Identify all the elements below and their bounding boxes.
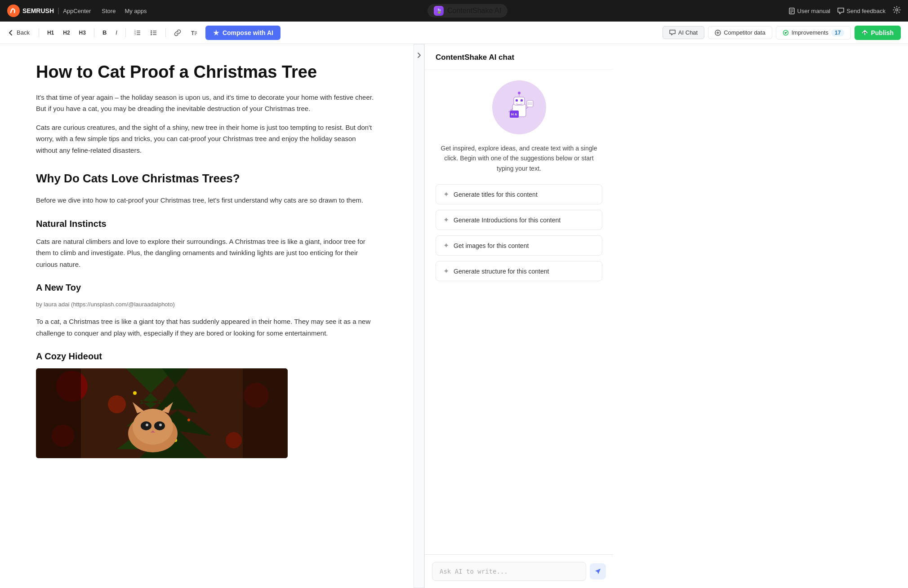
generate-introductions-button[interactable]: ✦ Generate Introductions for this conten…	[436, 210, 602, 230]
sparkle-icon-3: ✦	[443, 241, 449, 250]
svg-point-19	[151, 34, 152, 35]
toolbar-divider-1	[39, 28, 39, 37]
svg-rect-50	[36, 368, 81, 458]
ai-chat-icon	[669, 30, 676, 36]
sparkle-icon-1: ✦	[443, 190, 449, 199]
improvements-label: Improvements	[792, 29, 828, 36]
section-heading-2: Natural Instincts	[36, 216, 378, 231]
toolbar-divider-2	[94, 28, 94, 37]
svg-text:A: A	[515, 113, 517, 116]
main-layout: How to Cat Proof a Christmas Tree It's t…	[0, 44, 908, 588]
svg-point-47	[146, 424, 148, 426]
svg-point-17	[151, 30, 152, 31]
article-title: How to Cat Proof a Christmas Tree	[36, 62, 378, 83]
improvements-tab[interactable]: Improvements 17	[776, 26, 851, 40]
svg-rect-54	[514, 97, 525, 105]
svg-point-31	[226, 432, 242, 448]
app-name: ContentShake AI	[447, 7, 501, 15]
svg-point-58	[518, 92, 521, 94]
nav-center: 🍃 ContentShake AI	[154, 4, 781, 18]
toolbar-divider-4	[165, 28, 166, 37]
compose-label: Compose with AI	[223, 29, 273, 36]
competitor-icon	[715, 30, 721, 36]
semrush-brand[interactable]: SEMRUSH | AppCenter	[7, 4, 91, 17]
generate-introductions-label: Generate Introductions for this content	[454, 217, 561, 224]
svg-text:🍃: 🍃	[436, 8, 442, 14]
editor-area[interactable]: How to Cat Proof a Christmas Tree It's t…	[0, 44, 414, 588]
svg-point-28	[108, 395, 126, 413]
improvements-count: 17	[831, 29, 844, 36]
ai-send-button[interactable]	[590, 563, 606, 579]
app-badge: 🍃 ContentShake AI	[427, 4, 507, 18]
ai-chat-tab[interactable]: AI Chat	[663, 26, 704, 39]
nav-right: User manual Send feedback	[788, 6, 901, 16]
h1-button[interactable]: H1	[45, 28, 57, 38]
section-para-1: Before we dive into how to cat-proof you…	[36, 195, 378, 206]
compose-icon	[213, 29, 220, 36]
svg-rect-56	[521, 99, 523, 102]
myapps-link[interactable]: My apps	[125, 8, 147, 14]
robot-svg: H A	[499, 87, 539, 128]
generate-titles-label: Generate titles for this content	[454, 191, 538, 198]
unordered-list-button[interactable]	[147, 27, 160, 38]
ai-description: Get inspired, explore ideas, and create …	[436, 143, 602, 173]
store-link[interactable]: Store	[102, 8, 116, 14]
manual-icon	[788, 8, 795, 14]
back-label: Back	[17, 29, 30, 36]
panel-collapse-button[interactable]	[414, 44, 424, 588]
settings-icon[interactable]	[893, 6, 901, 16]
semrush-logo-icon	[7, 4, 20, 17]
link-button[interactable]	[171, 27, 184, 38]
format-button[interactable]: T	[187, 27, 200, 38]
user-manual-link[interactable]: User manual	[788, 8, 831, 14]
get-images-button[interactable]: ✦ Get images for this content	[436, 235, 602, 256]
svg-point-37	[187, 419, 190, 421]
generate-structure-button[interactable]: ✦ Generate structure for this content	[436, 261, 602, 281]
ai-chat-panel: ContentShake AI chat	[424, 44, 613, 588]
italic-button[interactable]: I	[113, 27, 120, 38]
bold-button[interactable]: B	[100, 27, 109, 38]
section-heading-3: A New Toy	[36, 280, 378, 295]
ordered-list-button[interactable]: 123	[131, 27, 144, 38]
get-images-label: Get images for this content	[454, 242, 529, 249]
user-manual-label: User manual	[797, 8, 831, 14]
competitor-data-tab[interactable]: Competitor data	[708, 26, 772, 39]
nav-links: Store My apps	[102, 8, 147, 14]
ai-robot-illustration: H A	[492, 80, 546, 134]
brand-separator: |	[58, 7, 59, 15]
publish-icon	[862, 30, 868, 36]
svg-point-40	[133, 409, 173, 445]
h2-button[interactable]: H2	[60, 28, 72, 38]
ai-text-input[interactable]	[432, 562, 586, 581]
intro-para-1: It's that time of year again – the holid…	[36, 92, 378, 115]
ai-input-area	[425, 554, 613, 588]
ai-panel-title: ContentShake AI chat	[436, 53, 514, 62]
editor-toolbar: Back H1 H2 H3 B I 123 T Compose with AI …	[0, 22, 908, 44]
top-navigation: SEMRUSH | AppCenter Store My apps 🍃 Cont…	[0, 0, 908, 22]
suggestion-buttons: ✦ Generate titles for this content ✦ Gen…	[436, 184, 602, 281]
toolbar-right: AI Chat Competitor data Improvements 17 …	[663, 26, 901, 40]
send-feedback-link[interactable]: Send feedback	[837, 8, 886, 14]
svg-point-48	[159, 424, 162, 426]
h3-button[interactable]: H3	[76, 28, 89, 38]
sparkle-icon-4: ✦	[443, 267, 449, 275]
section-heading-4: A Cozy Hideout	[36, 349, 378, 364]
compose-ai-button[interactable]: Compose with AI	[205, 26, 280, 40]
generate-titles-button[interactable]: ✦ Generate titles for this content	[436, 184, 602, 204]
ordered-list-icon: 123	[134, 29, 141, 36]
svg-text:T: T	[191, 30, 195, 36]
back-button[interactable]: Back	[7, 29, 30, 36]
section-heading-1: Why Do Cats Love Christmas Trees?	[36, 168, 378, 188]
competitor-label: Competitor data	[724, 29, 766, 36]
svg-rect-51	[243, 368, 288, 458]
improvements-icon	[783, 30, 789, 36]
article-body: It's that time of year again – the holid…	[36, 92, 378, 459]
svg-point-7	[896, 9, 898, 11]
publish-button[interactable]: Publish	[855, 26, 901, 40]
section-para-3: To a cat, a Christmas tree is like a gia…	[36, 316, 378, 339]
generate-structure-label: Generate structure for this content	[454, 268, 549, 275]
svg-rect-64	[527, 101, 533, 107]
appcenter-label: AppCenter	[63, 8, 91, 14]
ai-chat-label: AI Chat	[678, 29, 698, 36]
chevron-right-icon	[415, 52, 423, 59]
